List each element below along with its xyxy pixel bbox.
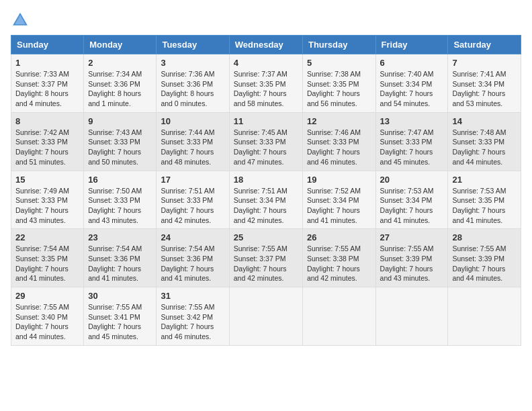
sunset: Sunset: 3:33 PM — [88, 196, 140, 204]
sunrise: Sunrise: 7:53 AM — [452, 187, 506, 195]
col-header-friday: Friday — [375, 36, 448, 54]
daylight: Daylight: 7 hours and 46 minutes. — [161, 322, 214, 340]
day-info: Sunrise: 7:45 AMSunset: 3:33 PMDaylight:… — [234, 128, 298, 167]
sunset: Sunset: 3:33 PM — [234, 138, 286, 146]
calendar-cell — [302, 287, 375, 346]
day-number: 28 — [452, 232, 517, 242]
day-info: Sunrise: 7:52 AMSunset: 3:34 PMDaylight:… — [307, 186, 371, 226]
daylight: Daylight: 7 hours and 41 minutes. — [15, 265, 69, 283]
day-info: Sunrise: 7:41 AMSunset: 3:34 PMDaylight:… — [452, 69, 517, 109]
col-header-thursday: Thursday — [302, 36, 375, 54]
calendar-week-row: 29Sunrise: 7:55 AMSunset: 3:40 PMDayligh… — [11, 287, 521, 346]
sunset: Sunset: 3:33 PM — [88, 138, 140, 146]
daylight: Daylight: 7 hours and 41 minutes. — [380, 206, 433, 224]
sunrise: Sunrise: 7:48 AM — [452, 128, 506, 136]
calendar-cell — [448, 287, 521, 346]
day-number: 27 — [380, 232, 444, 242]
calendar-cell: 24Sunrise: 7:54 AMSunset: 3:36 PMDayligh… — [157, 229, 229, 287]
calendar-cell: 11Sunrise: 7:45 AMSunset: 3:33 PMDayligh… — [229, 112, 302, 171]
daylight: Daylight: 7 hours and 54 minutes. — [380, 89, 433, 107]
sunrise: Sunrise: 7:47 AM — [380, 128, 434, 136]
sunrise: Sunrise: 7:55 AM — [307, 244, 361, 253]
day-number: 31 — [161, 291, 224, 301]
day-number: 24 — [161, 232, 224, 242]
sunrise: Sunrise: 7:49 AM — [15, 187, 69, 195]
daylight: Daylight: 7 hours and 46 minutes. — [307, 148, 360, 166]
day-number: 7 — [452, 58, 517, 68]
day-info: Sunrise: 7:55 AMSunset: 3:40 PMDaylight:… — [15, 302, 79, 342]
daylight: Daylight: 7 hours and 41 minutes. — [307, 206, 360, 224]
daylight: Daylight: 7 hours and 45 minutes. — [88, 322, 141, 340]
sunrise: Sunrise: 7:43 AM — [88, 128, 142, 136]
sunset: Sunset: 3:33 PM — [380, 138, 433, 146]
daylight: Daylight: 7 hours and 42 minutes. — [234, 265, 287, 283]
calendar-week-row: 15Sunrise: 7:49 AMSunset: 3:33 PMDayligh… — [11, 171, 521, 229]
logo — [11, 11, 32, 30]
sunrise: Sunrise: 7:36 AM — [161, 70, 214, 78]
sunrise: Sunrise: 7:55 AM — [88, 303, 142, 311]
daylight: Daylight: 7 hours and 45 minutes. — [380, 148, 433, 166]
sunset: Sunset: 3:35 PM — [15, 255, 68, 263]
col-header-saturday: Saturday — [448, 36, 521, 54]
calendar-cell: 20Sunrise: 7:53 AMSunset: 3:34 PMDayligh… — [375, 171, 448, 229]
sunset: Sunset: 3:34 PM — [380, 196, 433, 204]
daylight: Daylight: 7 hours and 48 minutes. — [161, 148, 214, 166]
calendar-cell: 17Sunrise: 7:51 AMSunset: 3:33 PMDayligh… — [157, 171, 229, 229]
day-info: Sunrise: 7:55 AMSunset: 3:37 PMDaylight:… — [234, 244, 298, 283]
daylight: Daylight: 7 hours and 43 minutes. — [380, 265, 433, 283]
sunset: Sunset: 3:34 PM — [234, 196, 286, 204]
day-number: 16 — [88, 175, 152, 185]
calendar-cell: 25Sunrise: 7:55 AMSunset: 3:37 PMDayligh… — [229, 229, 302, 287]
day-number: 5 — [307, 58, 371, 68]
day-number: 20 — [380, 175, 444, 185]
sunset: Sunset: 3:36 PM — [88, 80, 140, 88]
col-header-wednesday: Wednesday — [229, 36, 302, 54]
day-number: 3 — [161, 58, 224, 68]
col-header-monday: Monday — [84, 36, 157, 54]
sunrise: Sunrise: 7:54 AM — [161, 244, 214, 253]
day-number: 30 — [88, 291, 152, 301]
daylight: Daylight: 7 hours and 44 minutes. — [452, 148, 505, 166]
day-info: Sunrise: 7:46 AMSunset: 3:33 PMDaylight:… — [307, 128, 371, 167]
calendar-cell: 15Sunrise: 7:49 AMSunset: 3:33 PMDayligh… — [11, 171, 84, 229]
calendar-cell: 10Sunrise: 7:44 AMSunset: 3:33 PMDayligh… — [157, 112, 229, 171]
day-info: Sunrise: 7:34 AMSunset: 3:36 PMDaylight:… — [88, 69, 152, 109]
daylight: Daylight: 7 hours and 42 minutes. — [234, 206, 287, 224]
day-number: 19 — [307, 175, 371, 185]
calendar-cell: 27Sunrise: 7:55 AMSunset: 3:39 PMDayligh… — [375, 229, 448, 287]
day-info: Sunrise: 7:51 AMSunset: 3:34 PMDaylight:… — [234, 186, 298, 226]
sunrise: Sunrise: 7:34 AM — [88, 70, 142, 78]
daylight: Daylight: 8 hours and 4 minutes. — [15, 89, 69, 107]
calendar-header-row: SundayMondayTuesdayWednesdayThursdayFrid… — [11, 36, 521, 54]
sunrise: Sunrise: 7:52 AM — [307, 187, 361, 195]
calendar-cell: 9Sunrise: 7:43 AMSunset: 3:33 PMDaylight… — [84, 112, 157, 171]
sunrise: Sunrise: 7:38 AM — [307, 70, 361, 78]
day-number: 1 — [15, 58, 79, 68]
daylight: Daylight: 8 hours and 1 minute. — [88, 89, 141, 107]
calendar-cell: 12Sunrise: 7:46 AMSunset: 3:33 PMDayligh… — [302, 112, 375, 171]
day-number: 14 — [452, 116, 517, 126]
daylight: Daylight: 7 hours and 41 minutes. — [161, 265, 214, 283]
day-info: Sunrise: 7:44 AMSunset: 3:33 PMDaylight:… — [161, 128, 224, 167]
sunset: Sunset: 3:33 PM — [307, 138, 359, 146]
calendar-cell: 5Sunrise: 7:38 AMSunset: 3:35 PMDaylight… — [302, 54, 375, 113]
daylight: Daylight: 7 hours and 56 minutes. — [307, 89, 360, 107]
daylight: Daylight: 7 hours and 41 minutes. — [452, 206, 505, 224]
day-number: 25 — [234, 232, 298, 242]
col-header-tuesday: Tuesday — [157, 36, 229, 54]
day-number: 22 — [15, 232, 79, 242]
day-number: 29 — [15, 291, 79, 301]
calendar-cell: 26Sunrise: 7:55 AMSunset: 3:38 PMDayligh… — [302, 229, 375, 287]
sunrise: Sunrise: 7:33 AM — [15, 70, 69, 78]
sunset: Sunset: 3:35 PM — [452, 196, 504, 204]
day-number: 12 — [307, 116, 371, 126]
daylight: Daylight: 8 hours and 0 minutes. — [161, 89, 214, 107]
calendar-cell: 16Sunrise: 7:50 AMSunset: 3:33 PMDayligh… — [84, 171, 157, 229]
sunset: Sunset: 3:39 PM — [452, 255, 504, 263]
calendar-cell: 28Sunrise: 7:55 AMSunset: 3:39 PMDayligh… — [448, 229, 521, 287]
sunrise: Sunrise: 7:53 AM — [380, 187, 434, 195]
day-number: 13 — [380, 116, 444, 126]
calendar-cell: 3Sunrise: 7:36 AMSunset: 3:36 PMDaylight… — [157, 54, 229, 113]
calendar-cell: 19Sunrise: 7:52 AMSunset: 3:34 PMDayligh… — [302, 171, 375, 229]
sunrise: Sunrise: 7:54 AM — [88, 244, 142, 253]
